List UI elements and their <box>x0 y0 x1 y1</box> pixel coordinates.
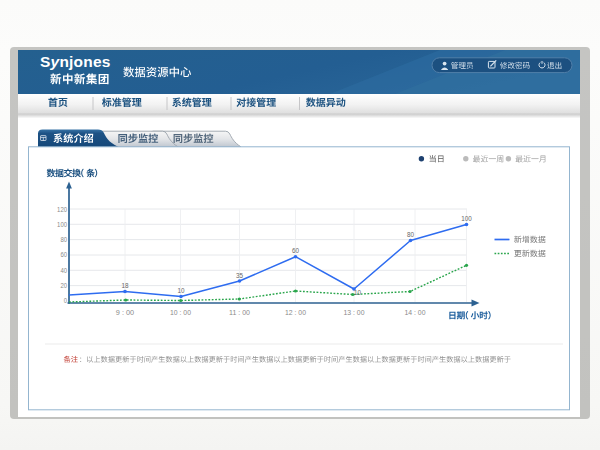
svg-text:80: 80 <box>60 235 67 244</box>
svg-text:13 : 00: 13 : 00 <box>344 308 365 317</box>
svg-text:100: 100 <box>57 220 67 229</box>
svg-text:18: 18 <box>121 282 129 289</box>
svg-text:60: 60 <box>60 250 67 259</box>
svg-text:9 : 00: 9 : 00 <box>116 308 134 317</box>
svg-text:0: 0 <box>64 296 67 305</box>
svg-text:10 : 00: 10 : 00 <box>170 308 191 317</box>
svg-text:Synjones: Synjones <box>40 53 111 70</box>
svg-text:60: 60 <box>292 247 300 254</box>
svg-text:10: 10 <box>177 287 185 294</box>
svg-text:80: 80 <box>407 231 415 238</box>
svg-text:20: 20 <box>60 281 67 290</box>
svg-text:35: 35 <box>236 272 244 279</box>
svg-text:120: 120 <box>57 205 67 214</box>
svg-text:14 : 00: 14 : 00 <box>405 308 426 317</box>
svg-text:100: 100 <box>461 215 472 222</box>
svg-text:11 : 00: 11 : 00 <box>229 308 250 317</box>
svg-text:12 : 00: 12 : 00 <box>285 308 306 317</box>
svg-text:10: 10 <box>354 289 362 296</box>
svg-text:40: 40 <box>60 266 67 275</box>
